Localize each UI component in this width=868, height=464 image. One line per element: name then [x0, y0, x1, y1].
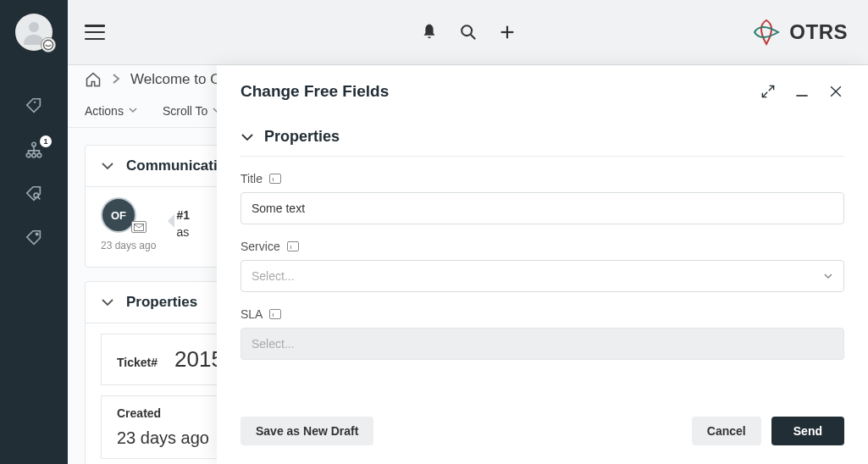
select-sla: Select... — [240, 328, 844, 360]
sidebar-item-tag[interactable] — [25, 229, 43, 247]
left-sidebar: 1 — [0, 0, 68, 464]
svg-point-9 — [462, 25, 472, 36]
chevron-down-icon — [101, 297, 114, 307]
sidebar-badge: 1 — [40, 135, 52, 147]
logo-text: OTRS — [789, 20, 848, 44]
input-title[interactable] — [240, 192, 844, 224]
menu-button[interactable] — [85, 25, 105, 40]
label-sla: SLA — [240, 307, 844, 321]
notifications-icon[interactable] — [420, 23, 439, 41]
tag-icon — [25, 229, 43, 247]
modal-change-free-fields: Change Free Fields Properties Title — [217, 65, 868, 464]
comm-date: 23 days ago — [101, 240, 156, 251]
avatar-status-icon — [41, 37, 56, 52]
save-draft-button[interactable]: Save as New Draft — [240, 417, 373, 445]
svg-point-0 — [29, 22, 39, 32]
expand-icon[interactable] — [760, 83, 777, 100]
note-icon — [269, 174, 281, 184]
chevron-down-icon — [823, 272, 833, 280]
logo-icon — [752, 18, 781, 47]
mail-icon — [131, 221, 147, 233]
comm-bubble: #1 as — [176, 207, 190, 240]
svg-point-2 — [32, 142, 36, 146]
sidebar-item-favorites[interactable] — [25, 97, 43, 115]
svg-point-4 — [32, 153, 36, 157]
logo: OTRS — [752, 18, 848, 47]
add-icon[interactable] — [498, 23, 517, 41]
modal-footer: Save as New Draft Cancel Send — [217, 405, 868, 464]
modal-title: Change Free Fields — [240, 82, 389, 101]
section-properties-toggle[interactable]: Properties — [240, 118, 844, 157]
note-icon — [269, 309, 281, 319]
sidebar-item-search-tag[interactable] — [25, 185, 43, 203]
svg-point-8 — [36, 233, 37, 235]
chevron-right-icon — [112, 73, 120, 87]
chevron-down-icon — [240, 132, 254, 142]
sidebar-item-hierarchy[interactable]: 1 — [25, 141, 43, 159]
avatar[interactable] — [15, 14, 53, 51]
svg-point-5 — [37, 153, 41, 157]
svg-rect-13 — [135, 224, 144, 230]
svg-point-1 — [43, 40, 53, 49]
search-icon[interactable] — [459, 23, 478, 41]
breadcrumb-title: Welcome to O — [130, 71, 221, 88]
chevron-down-icon — [101, 161, 114, 171]
tag-star-icon — [25, 97, 43, 115]
close-icon[interactable] — [827, 83, 844, 100]
tag-search-icon — [25, 185, 43, 203]
send-button[interactable]: Send — [771, 417, 844, 445]
scroll-to-dropdown[interactable]: Scroll To — [163, 104, 221, 118]
svg-line-7 — [38, 197, 41, 200]
top-bar: OTRS — [68, 0, 868, 65]
note-icon — [287, 241, 299, 251]
minimize-icon[interactable] — [793, 83, 810, 100]
label-title: Title — [240, 172, 844, 185]
svg-line-10 — [470, 35, 475, 40]
home-icon[interactable] — [85, 71, 102, 88]
select-service[interactable]: Select... — [240, 260, 844, 292]
comm-avatar: OF — [101, 197, 136, 233]
chevron-down-icon — [129, 106, 137, 115]
actions-dropdown[interactable]: Actions — [85, 104, 137, 118]
svg-point-3 — [26, 153, 30, 157]
cancel-button[interactable]: Cancel — [692, 417, 761, 445]
label-service: Service — [240, 240, 844, 253]
